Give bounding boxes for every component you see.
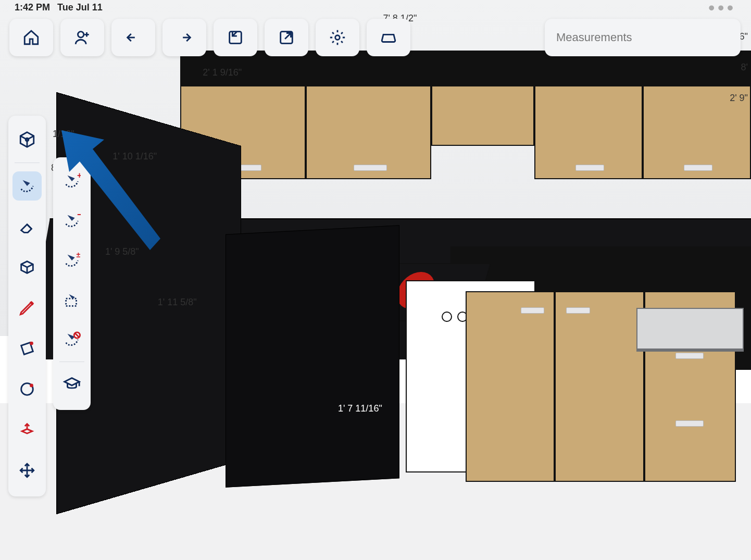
svg-point-4	[26, 138, 29, 141]
eraser-tool[interactable]	[12, 212, 42, 241]
status-bar: 1:42 PM Tue Jul 11 •••	[0, 0, 751, 15]
orbit-toggle-icon: ±	[63, 252, 81, 269]
orbit-toggle-tool[interactable]: ±	[57, 246, 86, 275]
top-toolbar	[9, 19, 410, 56]
orbit-disable-icon	[63, 331, 81, 349]
cabinet-end-panel	[226, 225, 399, 487]
export-button[interactable]	[265, 19, 308, 56]
settings-button[interactable]	[316, 19, 359, 56]
measurements-placeholder: Measurements	[556, 31, 632, 44]
pushpull-icon	[18, 421, 36, 439]
model-scene: 7' 8 1/2" 2' 1 9/16" 1/16" 8/ 1' 10 1/16…	[0, 0, 751, 560]
orbit-remove-tool[interactable]: −	[57, 206, 86, 235]
warehouse-tool[interactable]	[12, 125, 42, 154]
status-date: Tue Jul 11	[57, 2, 103, 13]
styles-tool[interactable]	[12, 253, 42, 282]
eraser-icon	[18, 218, 36, 235]
svg-point-7	[30, 384, 33, 388]
export-icon	[278, 29, 295, 46]
pencil-tool[interactable]	[12, 293, 42, 322]
orbit-tool[interactable]	[12, 171, 42, 201]
svg-text:+: +	[77, 172, 81, 180]
move-tool[interactable]	[12, 456, 42, 485]
measurements-input[interactable]: Measurements	[545, 19, 741, 56]
left-toolbar	[8, 116, 46, 496]
svg-rect-11	[66, 298, 77, 306]
home-button[interactable]	[9, 19, 53, 56]
undo-button[interactable]	[111, 19, 155, 56]
multitasking-dots-icon[interactable]: •••	[708, 5, 736, 10]
storage-icon	[380, 29, 397, 46]
svg-point-0	[78, 32, 84, 38]
home-icon	[22, 29, 40, 46]
add-user-icon	[73, 29, 91, 46]
arc-icon	[18, 380, 36, 398]
viewport[interactable]: 7' 8 1/2" 2' 1 9/16" 1/16" 8/ 1' 10 1/16…	[0, 0, 751, 560]
redo-icon	[176, 29, 193, 46]
instructor-tool[interactable]	[57, 369, 86, 399]
storage-button[interactable]	[367, 19, 410, 56]
svg-text:−: −	[77, 212, 81, 220]
upper-cabinets	[180, 51, 751, 185]
import-button[interactable]	[214, 19, 257, 56]
orbit-add-tool[interactable]: +	[57, 167, 86, 196]
graduation-cap-icon	[63, 375, 81, 393]
add-user-button[interactable]	[60, 19, 104, 56]
pushpull-tool[interactable]	[12, 415, 42, 444]
rectangle-icon	[18, 340, 36, 357]
select-all-tool[interactable]	[57, 285, 86, 315]
redo-button[interactable]	[162, 19, 206, 56]
move-icon	[18, 462, 36, 479]
orbit-flyout-toolbar: + − ±	[53, 157, 91, 410]
status-time: 1:42 PM	[15, 2, 50, 13]
gear-icon	[329, 29, 346, 46]
orbit-remove-icon: −	[63, 212, 81, 230]
svg-text:±: ±	[77, 252, 81, 259]
undo-icon	[124, 29, 142, 46]
import-icon	[227, 29, 244, 46]
svg-point-3	[335, 35, 340, 40]
svg-point-5	[30, 342, 33, 345]
arc-tool[interactable]	[12, 375, 42, 404]
kitchen-sink	[636, 308, 744, 351]
pencil-icon	[18, 299, 36, 317]
rectangle-tool[interactable]	[12, 334, 42, 363]
orbit-disable-tool[interactable]	[57, 325, 86, 354]
warehouse-icon	[18, 131, 36, 148]
cube-icon	[18, 258, 36, 276]
select-all-icon	[63, 291, 81, 309]
orbit-add-icon: +	[63, 172, 81, 190]
orbit-icon	[18, 177, 36, 195]
